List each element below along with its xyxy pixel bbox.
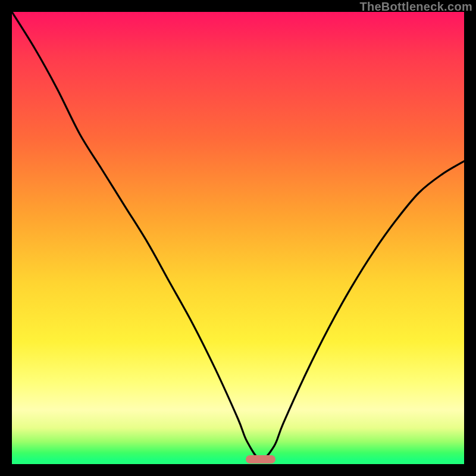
curve-path <box>12 12 464 459</box>
plot-area <box>12 12 464 464</box>
bottleneck-curve <box>12 12 464 464</box>
optimum-marker <box>246 455 275 464</box>
chart-frame: TheBottleneck.com <box>0 0 476 476</box>
